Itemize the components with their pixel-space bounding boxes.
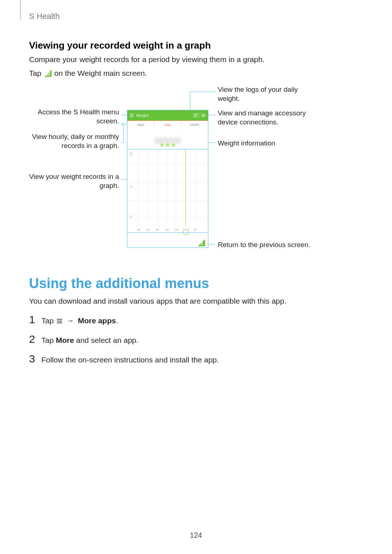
step-3: 3 Follow the on-screen instructions and … xyxy=(29,353,219,364)
callout-tabs: View hourly, daily or monthly records in… xyxy=(29,132,119,150)
section2-intro: You can download and install various app… xyxy=(29,297,286,305)
step1-tap: Tap xyxy=(41,316,56,325)
callout-logs: View the logs of your daily weight. xyxy=(218,85,312,103)
phone-app-bar: Weight xyxy=(127,110,208,120)
tab-day[interactable]: Day xyxy=(154,121,181,129)
weight-info-area xyxy=(127,129,208,149)
back-icon[interactable] xyxy=(198,239,205,246)
step2-pre: Tap xyxy=(41,336,56,344)
callout-return: Return to the previous screen. xyxy=(218,241,327,250)
step-number-2: 2 xyxy=(29,334,41,345)
phone-mockup: Weight Hour Day Month xyxy=(127,110,208,248)
step2-post: and select an app. xyxy=(74,336,138,344)
tab-month[interactable]: Month xyxy=(181,121,208,129)
tab-hour[interactable]: Hour xyxy=(127,121,154,129)
logs-icon[interactable] xyxy=(192,113,200,118)
section-heading-2: Using the additional menus xyxy=(29,276,209,291)
tap-suffix: on the Weight main screen. xyxy=(54,69,147,77)
svg-rect-1 xyxy=(46,74,47,76)
step-number-1: 1 xyxy=(29,314,41,325)
info-indicator-dots xyxy=(160,143,175,147)
step1-period: . xyxy=(116,316,118,325)
hamburger-menu-icon xyxy=(57,319,62,324)
bar-chart-icon xyxy=(44,70,52,77)
weight-graph[interactable] xyxy=(127,149,208,233)
return-area xyxy=(127,233,208,249)
header-rule xyxy=(20,0,21,20)
step1-more-apps: More apps xyxy=(78,316,116,325)
section1-line2: Tap on the Weight main screen. xyxy=(29,69,147,78)
svg-rect-2 xyxy=(48,73,48,76)
callout-connections: View and manage accessory device connect… xyxy=(218,109,312,127)
connection-icon[interactable] xyxy=(200,113,208,118)
step2-more: More xyxy=(56,336,74,344)
step3-text: Follow the on-screen instructions and in… xyxy=(41,356,219,364)
step-1: 1 Tap → More apps. xyxy=(29,314,118,325)
callout-graph: View your weight records in a graph. xyxy=(29,172,119,190)
arrow-right-icon: → xyxy=(67,316,74,325)
tap-prefix: Tap xyxy=(29,69,44,77)
section-heading-1: Viewing your recorded weight in a graph xyxy=(29,40,211,51)
annotated-screenshot-diagram: Weight Hour Day Month xyxy=(29,85,363,256)
step-2: 2 Tap More and select an app. xyxy=(29,334,138,345)
svg-rect-3 xyxy=(49,72,50,76)
callout-info: Weight information xyxy=(218,139,312,148)
section1-line1: Compare your weight records for a period… xyxy=(29,55,265,64)
page-number: 124 xyxy=(0,531,392,539)
hamburger-menu-icon[interactable] xyxy=(127,113,136,118)
time-range-tabs: Hour Day Month xyxy=(127,120,208,129)
page-header-title: S Health xyxy=(29,12,60,21)
callout-menu: Access the S Health menu screen. xyxy=(29,108,119,126)
phone-title: Weight xyxy=(136,113,192,118)
step-number-3: 3 xyxy=(29,353,41,364)
